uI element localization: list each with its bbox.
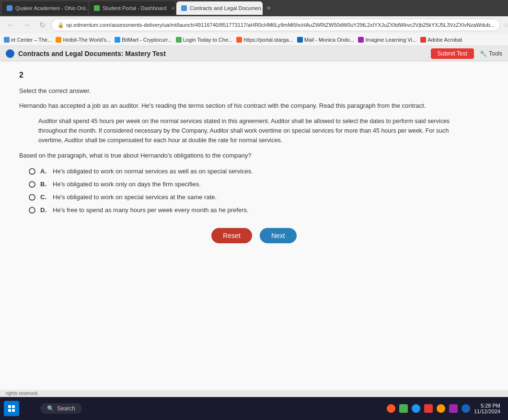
taskbar-icon-2[interactable] xyxy=(399,404,408,413)
bookmark-icon-7 xyxy=(358,37,364,43)
bookmark-icon-8 xyxy=(420,37,426,43)
bookmark-icon-6 xyxy=(297,37,303,43)
option-a[interactable]: A. He's obligated to work on normal serv… xyxy=(29,168,489,175)
windows-icon xyxy=(8,405,15,412)
radio-b[interactable] xyxy=(29,181,35,188)
option-label-a: A. xyxy=(40,168,48,175)
bookmark-login[interactable]: Login Today to Che... xyxy=(176,37,233,43)
option-d[interactable]: D. He's free to spend as many hours per … xyxy=(29,206,489,214)
tab-favicon-portal xyxy=(94,5,100,11)
content-area: 2 Select the correct answer. Hernando ha… xyxy=(0,61,508,390)
forward-button[interactable]: → xyxy=(20,20,34,30)
option-label-b: B. xyxy=(40,181,48,188)
tab-close-portal[interactable]: ✕ xyxy=(171,6,175,11)
page-toolbar: Contracts and Legal Documents: Mastery T… xyxy=(0,46,508,61)
button-row: Reset Next xyxy=(19,228,489,243)
option-c[interactable]: C. He's obligated to work on special ser… xyxy=(29,193,489,201)
tools-button[interactable]: 🔧 Tools xyxy=(480,50,502,57)
browser-frame: Quaker Academies - Ohio Onl... ✕ Student… xyxy=(0,0,508,420)
bookmark-icon-4 xyxy=(176,37,182,43)
new-tab-button[interactable]: + xyxy=(264,3,274,13)
submit-test-button[interactable]: Submit Test xyxy=(431,48,474,59)
next-button[interactable]: Next xyxy=(260,228,297,243)
contract-text: Auditor shall spend 45 hours per week on… xyxy=(38,116,470,145)
bookmark-imagine[interactable]: Imagine Learning Vi... xyxy=(358,37,416,43)
bookmark-icon-3 xyxy=(115,37,120,43)
taskbar-icons: 5:28 PM 11/12/2024 xyxy=(387,403,500,414)
radio-c[interactable] xyxy=(29,194,35,201)
bookmark-icon-1 xyxy=(4,37,10,43)
bookmarks-bar: et Center – The... Hotbit-The World's...… xyxy=(0,34,508,46)
page-toolbar-left: Contracts and Legal Documents: Mastery T… xyxy=(6,49,166,58)
answer-options: A. He's obligated to work on normal serv… xyxy=(29,168,489,214)
option-b[interactable]: B. He's obligated to work only on days t… xyxy=(29,181,489,188)
page-title: Contracts and Legal Documents: Mastery T… xyxy=(18,50,166,57)
option-label-d: D. xyxy=(40,206,48,214)
bookmark-star-icon[interactable]: ☆ xyxy=(503,21,508,29)
bookmark-bitmart[interactable]: BitMart - Cryptocurr... xyxy=(115,37,172,43)
refresh-button[interactable]: ↻ xyxy=(36,20,48,31)
page-logo xyxy=(6,49,14,58)
bookmark-icon-5 xyxy=(236,37,242,43)
tab-bar: Quaker Academies - Ohio Onl... ✕ Student… xyxy=(0,0,508,16)
bookmark-portal[interactable]: https://portal.starga... xyxy=(236,37,293,43)
tab-quaker[interactable]: Quaker Academies - Ohio Onl... ✕ xyxy=(2,1,88,15)
option-text-d: He's free to spend as many hours per wee… xyxy=(53,206,249,214)
reset-button[interactable]: Reset xyxy=(211,228,252,243)
option-label-c: C. xyxy=(40,193,48,201)
taskbar-icon-1[interactable] xyxy=(387,404,395,413)
tab-contracts[interactable]: Contracts and Legal Documen... ✕ xyxy=(176,1,263,15)
back-button[interactable]: ← xyxy=(4,20,17,30)
bookmark-et-center[interactable]: et Center – The... xyxy=(4,37,52,43)
address-bar-row: ← → ↻ 🔒 op.edmentum.com/assessments-deli… xyxy=(0,16,508,34)
question-number: 2 xyxy=(19,71,489,79)
taskbar-search[interactable]: 🔍 Search xyxy=(40,403,82,414)
rights-text: rights reserved. xyxy=(0,390,508,397)
taskbar-icon-7[interactable] xyxy=(462,404,470,413)
taskbar: 🔍 Search 5:28 PM 11/12/2024 xyxy=(0,397,508,420)
radio-d[interactable] xyxy=(29,207,35,214)
page-toolbar-right: Submit Test 🔧 Tools xyxy=(431,48,503,59)
tab-favicon-quaker xyxy=(7,5,12,11)
bookmark-hotbit[interactable]: Hotbit-The World's... xyxy=(56,37,111,43)
taskbar-icon-3[interactable] xyxy=(412,404,420,413)
taskbar-icon-4[interactable] xyxy=(424,404,433,413)
taskbar-icon-6[interactable] xyxy=(449,404,458,413)
option-text-b: He's obligated to work only on days the … xyxy=(53,181,201,188)
bookmark-icon-2 xyxy=(56,37,61,43)
taskbar-icon-5[interactable] xyxy=(437,404,445,413)
address-bar[interactable]: 🔒 op.edmentum.com/assessments-delivery/u… xyxy=(51,19,500,31)
bookmark-adobe[interactable]: Adobe Acrobat xyxy=(420,37,462,43)
bookmark-mail[interactable]: Mail - Monica Ondo... xyxy=(297,37,355,43)
option-text-c: He's obligated to work on special servic… xyxy=(53,193,217,201)
question-prompt: Based on the paragraph, what is true abo… xyxy=(19,152,489,159)
question-intro: Hernando has accepted a job as an audito… xyxy=(19,101,489,111)
tab-student-portal[interactable]: Student Portal - Dashboard ✕ xyxy=(89,1,175,15)
option-text-a: He's obligated to work on normal service… xyxy=(53,168,253,175)
tab-favicon-contracts xyxy=(181,5,187,11)
radio-a[interactable] xyxy=(29,168,35,175)
instruction-text: Select the correct answer. xyxy=(19,87,489,94)
system-clock: 5:28 PM 11/12/2024 xyxy=(474,403,500,414)
search-icon: 🔍 xyxy=(47,405,54,412)
start-button[interactable] xyxy=(4,401,19,416)
